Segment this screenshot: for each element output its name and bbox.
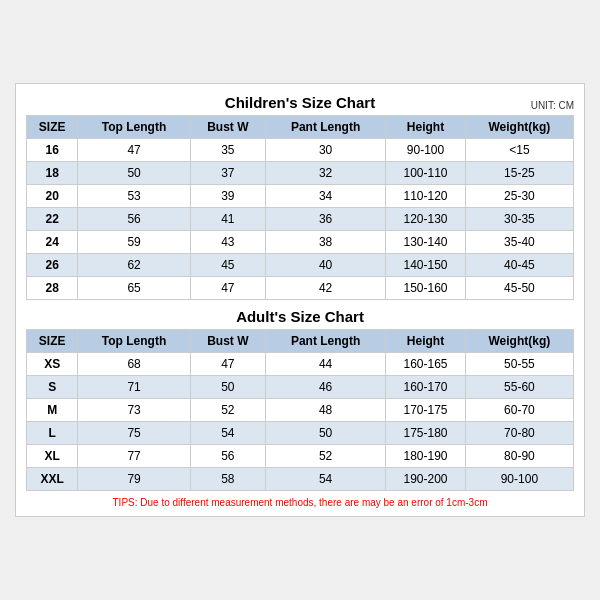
adult-col-bust-w: Bust W (190, 330, 265, 353)
adult-title-row: Adult's Size Chart (26, 308, 574, 325)
children-col-height: Height (386, 116, 465, 139)
children-col-top-length: Top Length (78, 116, 191, 139)
table-row: L755450175-18070-80 (27, 422, 574, 445)
adult-chart-title: Adult's Size Chart (236, 308, 364, 325)
children-col-weight: Weight(kg) (465, 116, 573, 139)
table-row: 22564136120-13030-35 (27, 208, 574, 231)
table-row: S715046160-17055-60 (27, 376, 574, 399)
table-row: XXL795854190-20090-100 (27, 468, 574, 491)
table-row: 20533934110-12025-30 (27, 185, 574, 208)
adult-col-weight: Weight(kg) (465, 330, 573, 353)
table-row: XL775652180-19080-90 (27, 445, 574, 468)
size-chart-container: Children's Size Chart UNIT: CM SIZE Top … (15, 83, 585, 517)
table-row: 28654742150-16045-50 (27, 277, 574, 300)
table-row: 26624540140-15040-45 (27, 254, 574, 277)
adult-header-row: SIZE Top Length Bust W Pant Length Heigh… (27, 330, 574, 353)
adult-col-size: SIZE (27, 330, 78, 353)
table-row: M735248170-17560-70 (27, 399, 574, 422)
adult-size-table: SIZE Top Length Bust W Pant Length Heigh… (26, 329, 574, 491)
children-chart-title: Children's Size Chart (225, 94, 375, 111)
tips-text: TIPS: Due to different measurement metho… (26, 497, 574, 508)
children-col-pant-length: Pant Length (265, 116, 385, 139)
adult-col-pant-length: Pant Length (265, 330, 385, 353)
adult-col-height: Height (386, 330, 465, 353)
children-size-table: SIZE Top Length Bust W Pant Length Heigh… (26, 115, 574, 300)
unit-label: UNIT: CM (531, 100, 574, 111)
table-row: XS684744160-16550-55 (27, 353, 574, 376)
children-header-row: SIZE Top Length Bust W Pant Length Heigh… (27, 116, 574, 139)
table-row: 24594338130-14035-40 (27, 231, 574, 254)
children-col-bust-w: Bust W (190, 116, 265, 139)
table-row: 18503732100-11015-25 (27, 162, 574, 185)
children-title-row: Children's Size Chart UNIT: CM (26, 94, 574, 111)
table-row: 1647353090-100<15 (27, 139, 574, 162)
children-col-size: SIZE (27, 116, 78, 139)
adult-col-top-length: Top Length (78, 330, 191, 353)
